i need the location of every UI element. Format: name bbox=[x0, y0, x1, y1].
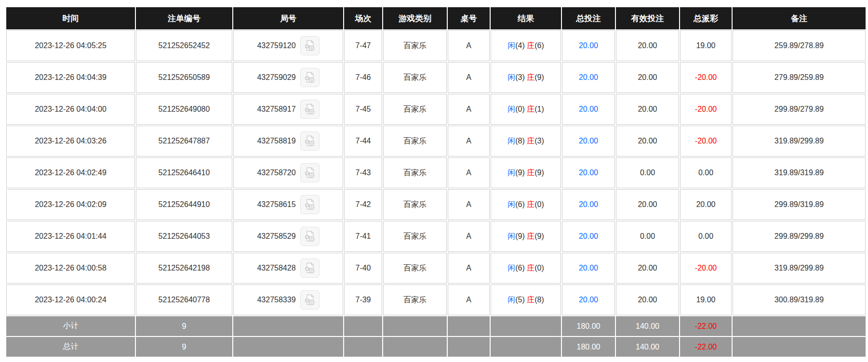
column-header-time: 时间 bbox=[6, 7, 135, 29]
banker-points: (0) bbox=[534, 200, 544, 208]
video-replay-button[interactable] bbox=[300, 259, 320, 278]
banker-label: 庄 bbox=[527, 264, 534, 272]
player-label: 闲 bbox=[507, 41, 515, 50]
total-bet-link[interactable]: 20.00 bbox=[579, 73, 598, 81]
cell-game-type: 百家乐 bbox=[383, 126, 447, 156]
cell-total-bet: 20.00 bbox=[562, 157, 615, 188]
table-row: 2023-12-26 04:02:09 521252644910 4327586… bbox=[6, 189, 866, 220]
summary-game-empty bbox=[383, 316, 447, 336]
cell-table-no: A bbox=[448, 284, 490, 315]
summary-remark-empty bbox=[733, 337, 866, 357]
summary-label: 总计 bbox=[6, 337, 135, 357]
player-points: (4) bbox=[515, 41, 527, 50]
cell-bet-id: 521252650589 bbox=[136, 62, 232, 93]
summary-round-empty bbox=[233, 337, 343, 357]
video-replay-button[interactable] bbox=[300, 227, 320, 246]
cell-bet-id: 521252647887 bbox=[136, 126, 232, 156]
cell-valid-bet: 20.00 bbox=[616, 189, 679, 220]
summary-total-bet: 180.00 bbox=[562, 316, 615, 336]
cell-round-id: 432759120 bbox=[233, 30, 343, 61]
cell-remark: 299.89/299.89 bbox=[733, 221, 866, 252]
round-id-text: 432758917 bbox=[257, 105, 295, 114]
total-bet-link[interactable]: 20.00 bbox=[579, 296, 598, 304]
cell-valid-bet: 0.00 bbox=[616, 157, 679, 188]
round-id-text: 432758720 bbox=[257, 168, 295, 177]
cell-time: 2023-12-26 04:02:09 bbox=[6, 189, 135, 220]
video-replay-icon bbox=[303, 261, 317, 275]
video-replay-button[interactable] bbox=[300, 195, 320, 214]
cell-round-id: 432758529 bbox=[233, 221, 343, 252]
table-header-row: 时间注单编号局号场次游戏类别桌号结果总投注有效投注总派彩备注 bbox=[6, 7, 866, 29]
column-header-valid_bet: 有效投注 bbox=[616, 7, 679, 29]
video-replay-button[interactable] bbox=[300, 100, 320, 119]
cell-bet-id: 521252644910 bbox=[136, 189, 232, 220]
banker-points: (9) bbox=[534, 73, 544, 81]
table-row: 2023-12-26 04:04:00 521252649080 4327589… bbox=[6, 94, 866, 125]
cell-payout: -20.00 bbox=[680, 253, 732, 284]
summary-count: 9 bbox=[136, 337, 232, 357]
cell-result: 闲(0) 庄(1) bbox=[491, 94, 561, 125]
cell-table-no: A bbox=[448, 221, 490, 252]
cell-result: 闲(5) 庄(8) bbox=[491, 284, 561, 315]
summary-result-empty bbox=[491, 337, 561, 357]
video-replay-button[interactable] bbox=[300, 68, 320, 87]
cell-remark: 299.89/279.89 bbox=[733, 94, 866, 125]
cell-table-no: A bbox=[448, 62, 490, 93]
total-bet-link[interactable]: 20.00 bbox=[579, 168, 598, 177]
total-bet-link[interactable]: 20.00 bbox=[579, 264, 598, 272]
player-label: 闲 bbox=[507, 200, 515, 208]
total-bet-link[interactable]: 20.00 bbox=[579, 105, 598, 113]
cell-payout: 0.00 bbox=[680, 157, 732, 188]
table-row: 2023-12-26 04:01:44 521252644053 4327585… bbox=[6, 221, 866, 252]
player-points: (6) bbox=[515, 200, 527, 208]
cell-game-type: 百家乐 bbox=[383, 221, 447, 252]
column-header-session: 场次 bbox=[344, 7, 382, 29]
cell-time: 2023-12-26 04:00:24 bbox=[6, 284, 135, 315]
round-id-text: 432758428 bbox=[257, 264, 295, 272]
column-header-result: 结果 bbox=[491, 7, 561, 29]
total-bet-link[interactable]: 20.00 bbox=[579, 232, 598, 240]
total-bet-link[interactable]: 20.00 bbox=[579, 137, 598, 145]
video-replay-icon bbox=[303, 166, 317, 180]
cell-remark: 300.89/319.89 bbox=[733, 284, 866, 315]
cell-time: 2023-12-26 04:04:39 bbox=[6, 62, 135, 93]
player-label: 闲 bbox=[507, 232, 515, 240]
cell-payout: 0.00 bbox=[680, 221, 732, 252]
player-label: 闲 bbox=[507, 296, 515, 304]
column-header-payout: 总派彩 bbox=[680, 7, 732, 29]
cell-time: 2023-12-26 04:01:44 bbox=[6, 221, 135, 252]
cell-payout: -20.00 bbox=[680, 62, 732, 93]
video-replay-button[interactable] bbox=[300, 163, 320, 182]
banker-points: (9) bbox=[534, 168, 544, 177]
cell-bet-id: 521252640778 bbox=[136, 284, 232, 315]
video-replay-icon bbox=[303, 39, 317, 52]
cell-time: 2023-12-26 04:02:49 bbox=[6, 157, 135, 188]
video-replay-button[interactable] bbox=[300, 131, 320, 151]
banker-points: (3) bbox=[534, 137, 544, 145]
cell-bet-id: 521252644053 bbox=[136, 221, 232, 252]
player-label: 闲 bbox=[507, 137, 515, 145]
cell-total-bet: 20.00 bbox=[562, 189, 615, 220]
player-points: (3) bbox=[515, 73, 527, 81]
banker-points: (1) bbox=[534, 105, 544, 113]
total-bet-link[interactable]: 20.00 bbox=[579, 41, 598, 50]
cell-valid-bet: 20.00 bbox=[616, 253, 679, 284]
cell-bet-id: 521252649080 bbox=[136, 94, 232, 125]
player-points: (8) bbox=[515, 137, 527, 145]
cell-remark: 299.89/319.89 bbox=[733, 189, 866, 220]
summary-game-empty bbox=[383, 337, 447, 357]
cell-session: 7-47 bbox=[344, 30, 382, 61]
cell-game-type: 百家乐 bbox=[383, 62, 447, 93]
cell-session: 7-41 bbox=[344, 221, 382, 252]
video-replay-button[interactable] bbox=[300, 36, 320, 55]
video-replay-button[interactable] bbox=[300, 290, 320, 310]
cell-game-type: 百家乐 bbox=[383, 157, 447, 188]
cell-session: 7-40 bbox=[344, 253, 382, 284]
summary-remark-empty bbox=[733, 316, 866, 336]
column-header-table_no: 桌号 bbox=[448, 7, 490, 29]
round-id-text: 432758529 bbox=[257, 232, 295, 241]
player-label: 闲 bbox=[507, 264, 515, 272]
total-bet-link[interactable]: 20.00 bbox=[579, 200, 598, 208]
cell-remark: 319.89/319.89 bbox=[733, 157, 866, 188]
cell-valid-bet: 20.00 bbox=[616, 126, 679, 156]
